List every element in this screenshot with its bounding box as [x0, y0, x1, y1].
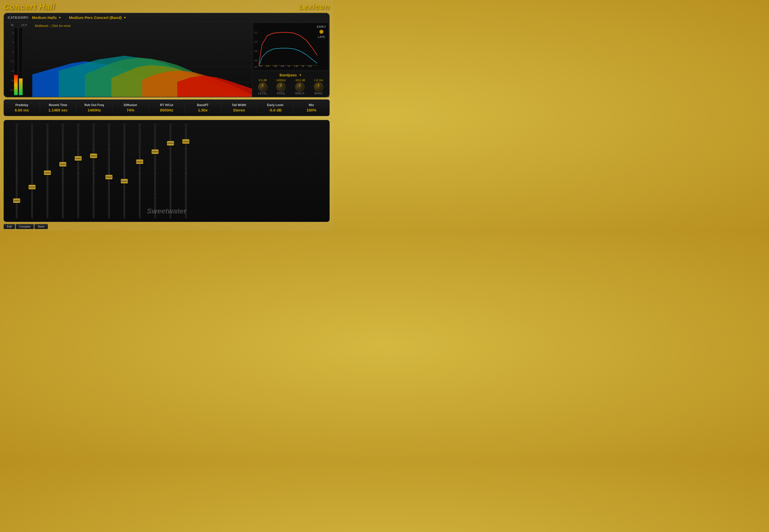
param-col-bassrt[interactable]: BassRT 1.50x: [185, 102, 221, 113]
knob-shelf[interactable]: [295, 82, 305, 91]
vu-scale-col: 0 -3 -6 -12 -18 -24 SIG: [6, 28, 14, 95]
param-value-8: 100%: [307, 108, 316, 112]
param-col-rt-hicut[interactable]: RT HiCut 8500Hz: [149, 102, 185, 113]
vu-bars: [14, 28, 30, 95]
param-col-early-level[interactable]: Early Level -5.0 dB: [257, 102, 294, 113]
param-col-reverb-time[interactable]: Reverb Time 1.1469 sec: [40, 102, 76, 113]
knob-freq[interactable]: [276, 82, 286, 91]
bandpass-header: Bandpass ▼: [255, 73, 327, 77]
fader-rail-4: [77, 124, 79, 218]
fader-track-2: [40, 123, 55, 219]
fader-track-10: [163, 123, 178, 219]
bottom-btn-compare[interactable]: Compare: [16, 224, 34, 229]
fader-rail-11: [185, 124, 187, 218]
param-value-0: 6.00 ms: [15, 108, 29, 112]
main-display-panel: CATEGORY: Medium Halls ▼ Medium Perc Con…: [4, 13, 330, 97]
fader-rail-7: [124, 124, 125, 218]
vu-out-fill: [19, 78, 23, 95]
svg-text:2.5K: 2.5K: [294, 65, 298, 67]
knob-group-shelf: -18.0 dB SHELF: [295, 79, 305, 95]
param-name-5: BassRT: [197, 103, 209, 107]
fader-handle-2[interactable]: [44, 170, 51, 175]
bandpass-knobs: 0.0 dB LEVEL 1400Hz FREQ -18.0 dB SHELF …: [255, 79, 327, 95]
late-button[interactable]: LATE: [316, 35, 327, 39]
param-name-0: Predelay: [15, 103, 28, 107]
svg-text:-12: -12: [254, 31, 257, 34]
spectrum-svg: [32, 22, 252, 97]
spectrum-section[interactable]: Multiband :: Click for more: [32, 22, 252, 97]
fader-rail-8: [139, 124, 140, 218]
param-col-predelay[interactable]: Predelay 6.00 ms: [4, 102, 40, 113]
fader-track-5: [86, 123, 101, 219]
bandpass-title: Bandpass: [280, 73, 297, 77]
svg-text:10K: 10K: [308, 65, 312, 67]
knob-label-0: LEVEL: [258, 92, 267, 95]
param-value-3: 74%: [127, 108, 134, 112]
knob-group-freq: 1400Hz FREQ: [276, 79, 286, 95]
preset-dropdown-arrow: ▼: [123, 16, 126, 19]
svg-text:5K: 5K: [302, 65, 305, 67]
vu-in-fill: [14, 75, 18, 95]
fader-handle-7[interactable]: [121, 179, 128, 183]
params-row: Predelay 6.00 ms Reverb Time 1.1469 sec …: [4, 102, 329, 113]
fader-handle-1[interactable]: [28, 185, 36, 189]
fader-track-4: [70, 123, 86, 219]
fader-panel: [4, 120, 330, 222]
fader-handle-8[interactable]: [136, 159, 143, 164]
bandpass-dropdown-arrow[interactable]: ▼: [299, 73, 302, 77]
param-col-rvb-out-freq[interactable]: Rvb Out Freq 1400Hz: [76, 102, 112, 113]
early-late-buttons: EARLY LATE: [316, 25, 327, 39]
param-name-6: Tail Width: [232, 103, 246, 107]
fader-handle-9[interactable]: [151, 149, 159, 154]
spectrum-label[interactable]: Multiband :: Click for more: [35, 24, 70, 28]
knob-level[interactable]: [258, 82, 267, 91]
svg-text:-24: -24: [254, 40, 257, 43]
fader-track-8: [132, 123, 147, 219]
fader-handle-11[interactable]: [182, 139, 189, 144]
fader-handle-5[interactable]: [90, 154, 97, 158]
svg-text:250: 250: [274, 65, 277, 67]
param-col-mix[interactable]: Mix 100%: [294, 102, 329, 113]
bandpass-section: Bandpass ▼ 0.0 dB LEVEL 1400Hz FREQ -18.…: [252, 71, 329, 97]
fader-handle-6[interactable]: [105, 175, 113, 179]
app-title: Concert Hall: [4, 2, 55, 12]
knob-value-0: 0.0 dB: [259, 79, 267, 82]
preset-select[interactable]: Medium Perc Concert (Band) ▼: [69, 15, 126, 20]
bottom-btn-store[interactable]: Store: [34, 224, 48, 229]
fader-handle-0[interactable]: [13, 198, 20, 203]
fader-handle-4[interactable]: [75, 156, 82, 161]
param-col-diffusion[interactable]: Diffusion 74%: [113, 102, 149, 113]
category-label: CATEGORY:: [8, 16, 29, 19]
param-value-7: -5.0 dB: [269, 108, 282, 112]
fader-rail-9: [154, 124, 156, 218]
eq-section: EARLY LATE -12 -24 -36 -48 -60: [252, 22, 329, 97]
fader-handle-10[interactable]: [167, 141, 174, 146]
param-name-3: Diffusion: [124, 103, 137, 107]
param-value-2: 1400Hz: [88, 108, 101, 112]
param-value-4: 8500Hz: [160, 108, 173, 112]
fader-rail-3: [62, 124, 64, 218]
param-name-7: Early Level: [267, 103, 283, 107]
fader-track-3: [55, 123, 70, 219]
svg-marker-9: [177, 76, 252, 97]
bottom-btn-edit[interactable]: Edit: [4, 224, 15, 229]
title-bar: Concert Hall Lexicon: [4, 2, 330, 12]
knob-band[interactable]: [314, 82, 323, 91]
vu-header: IN OUT: [6, 24, 30, 28]
brand-logo: Lexicon: [299, 3, 330, 11]
fader-track-6: [101, 123, 117, 219]
fader-rail-5: [93, 124, 94, 218]
fader-handle-3[interactable]: [59, 162, 66, 167]
knob-label-1: FREQ: [277, 92, 285, 95]
fader-rail-6: [108, 124, 110, 218]
early-button[interactable]: EARLY: [316, 25, 327, 29]
svg-text:1K: 1K: [288, 65, 290, 67]
svg-text:100: 100: [266, 65, 269, 67]
svg-text:500: 500: [281, 65, 284, 67]
category-select[interactable]: Medium Halls ▼: [32, 15, 62, 20]
params-bar: Predelay 6.00 ms Reverb Time 1.1469 sec …: [4, 99, 330, 116]
param-col-tail-width[interactable]: Tail Width Stereo: [221, 102, 257, 113]
param-name-2: Rvb Out Freq: [85, 103, 104, 107]
fader-track-11: [178, 123, 194, 219]
param-value-5: 1.50x: [198, 108, 208, 112]
